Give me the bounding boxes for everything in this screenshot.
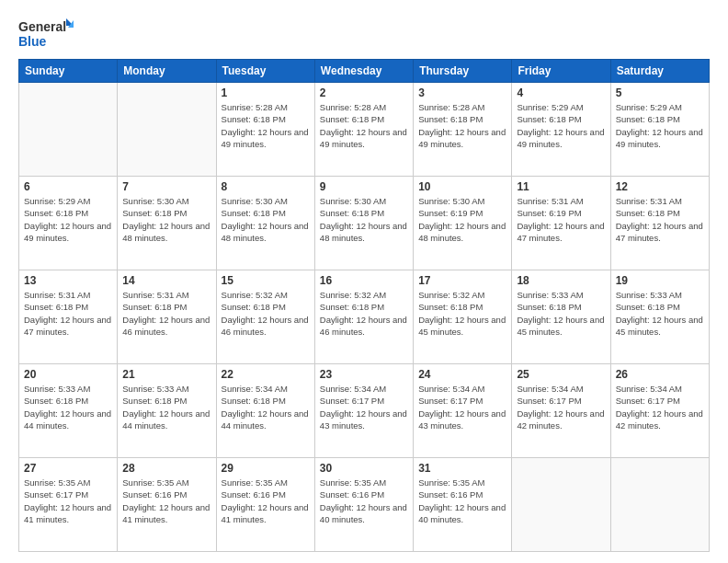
day-info: Sunrise: 5:33 AM Sunset: 6:18 PM Dayligh… (616, 289, 704, 338)
calendar-cell: 15Sunrise: 5:32 AM Sunset: 6:18 PM Dayli… (216, 270, 314, 364)
calendar-cell: 2Sunrise: 5:28 AM Sunset: 6:18 PM Daylig… (314, 83, 413, 177)
day-number: 23 (320, 368, 408, 381)
day-info: Sunrise: 5:34 AM Sunset: 6:17 PM Dayligh… (616, 383, 704, 431)
day-number: 7 (122, 180, 210, 193)
day-number: 21 (122, 368, 210, 381)
header: General Blue (18, 17, 710, 52)
weekday-tuesday: Tuesday (216, 60, 314, 83)
day-number: 17 (418, 274, 506, 287)
day-info: Sunrise: 5:33 AM Sunset: 6:18 PM Dayligh… (24, 383, 112, 431)
week-row-5: 27Sunrise: 5:35 AM Sunset: 6:17 PM Dayli… (19, 458, 710, 552)
day-info: Sunrise: 5:34 AM Sunset: 6:18 PM Dayligh… (222, 383, 310, 431)
day-info: Sunrise: 5:28 AM Sunset: 6:18 PM Dayligh… (222, 101, 310, 150)
day-number: 8 (222, 180, 310, 193)
day-number: 29 (222, 462, 310, 475)
logo-svg: General Blue (18, 17, 74, 52)
day-number: 26 (616, 368, 704, 381)
day-info: Sunrise: 5:28 AM Sunset: 6:18 PM Dayligh… (320, 101, 408, 150)
calendar-cell: 25Sunrise: 5:34 AM Sunset: 6:17 PM Dayli… (512, 364, 610, 458)
weekday-saturday: Saturday (610, 60, 709, 83)
calendar-cell: 11Sunrise: 5:31 AM Sunset: 6:19 PM Dayli… (512, 177, 610, 270)
day-info: Sunrise: 5:33 AM Sunset: 6:18 PM Dayligh… (122, 383, 210, 431)
day-info: Sunrise: 5:31 AM Sunset: 6:18 PM Dayligh… (122, 289, 210, 338)
day-info: Sunrise: 5:35 AM Sunset: 6:16 PM Dayligh… (418, 477, 506, 525)
calendar-cell: 14Sunrise: 5:31 AM Sunset: 6:18 PM Dayli… (118, 270, 216, 364)
calendar-cell: 22Sunrise: 5:34 AM Sunset: 6:18 PM Dayli… (216, 364, 314, 458)
calendar-cell: 24Sunrise: 5:34 AM Sunset: 6:17 PM Dayli… (414, 364, 512, 458)
calendar-cell: 28Sunrise: 5:35 AM Sunset: 6:16 PM Dayli… (118, 458, 216, 552)
day-number: 3 (418, 86, 506, 99)
calendar-cell (610, 458, 709, 552)
calendar-cell: 6Sunrise: 5:29 AM Sunset: 6:18 PM Daylig… (19, 177, 118, 270)
calendar-cell: 18Sunrise: 5:33 AM Sunset: 6:18 PM Dayli… (512, 270, 610, 364)
week-row-2: 6Sunrise: 5:29 AM Sunset: 6:18 PM Daylig… (19, 177, 710, 270)
calendar-cell: 27Sunrise: 5:35 AM Sunset: 6:17 PM Dayli… (19, 458, 118, 552)
day-number: 14 (122, 274, 210, 287)
calendar-cell: 12Sunrise: 5:31 AM Sunset: 6:18 PM Dayli… (610, 177, 709, 270)
day-info: Sunrise: 5:35 AM Sunset: 6:16 PM Dayligh… (122, 477, 210, 525)
calendar-cell: 7Sunrise: 5:30 AM Sunset: 6:18 PM Daylig… (118, 177, 216, 270)
day-number: 19 (616, 274, 704, 287)
calendar-cell: 31Sunrise: 5:35 AM Sunset: 6:16 PM Dayli… (414, 458, 512, 552)
weekday-thursday: Thursday (414, 60, 512, 83)
calendar-cell: 13Sunrise: 5:31 AM Sunset: 6:18 PM Dayli… (19, 270, 118, 364)
day-number: 27 (24, 462, 112, 475)
day-number: 28 (122, 462, 210, 475)
day-number: 15 (222, 274, 310, 287)
calendar-cell: 20Sunrise: 5:33 AM Sunset: 6:18 PM Dayli… (19, 364, 118, 458)
day-number: 10 (418, 180, 506, 193)
day-info: Sunrise: 5:34 AM Sunset: 6:17 PM Dayligh… (517, 383, 605, 431)
day-number: 16 (320, 274, 408, 287)
day-number: 1 (222, 86, 310, 99)
day-info: Sunrise: 5:31 AM Sunset: 6:18 PM Dayligh… (616, 195, 704, 244)
calendar-table: SundayMondayTuesdayWednesdayThursdayFrid… (18, 59, 710, 552)
calendar-cell: 3Sunrise: 5:28 AM Sunset: 6:18 PM Daylig… (414, 83, 512, 177)
day-number: 6 (24, 180, 112, 193)
day-number: 20 (24, 368, 112, 381)
calendar-cell (512, 458, 610, 552)
day-info: Sunrise: 5:29 AM Sunset: 6:18 PM Dayligh… (24, 195, 112, 244)
calendar-cell (118, 83, 216, 177)
week-row-4: 20Sunrise: 5:33 AM Sunset: 6:18 PM Dayli… (19, 364, 710, 458)
calendar-cell: 4Sunrise: 5:29 AM Sunset: 6:18 PM Daylig… (512, 83, 610, 177)
day-info: Sunrise: 5:31 AM Sunset: 6:18 PM Dayligh… (24, 289, 112, 338)
week-row-1: 1Sunrise: 5:28 AM Sunset: 6:18 PM Daylig… (19, 83, 710, 177)
day-info: Sunrise: 5:31 AM Sunset: 6:19 PM Dayligh… (517, 195, 605, 244)
day-number: 5 (616, 86, 704, 99)
calendar-cell: 8Sunrise: 5:30 AM Sunset: 6:18 PM Daylig… (216, 177, 314, 270)
calendar-cell (19, 83, 118, 177)
calendar-cell: 5Sunrise: 5:29 AM Sunset: 6:18 PM Daylig… (610, 83, 709, 177)
day-number: 2 (320, 86, 408, 99)
calendar-cell: 16Sunrise: 5:32 AM Sunset: 6:18 PM Dayli… (314, 270, 413, 364)
svg-text:Blue: Blue (18, 34, 47, 49)
day-info: Sunrise: 5:32 AM Sunset: 6:18 PM Dayligh… (222, 289, 310, 338)
day-number: 18 (517, 274, 605, 287)
weekday-monday: Monday (118, 60, 216, 83)
calendar-cell: 29Sunrise: 5:35 AM Sunset: 6:16 PM Dayli… (216, 458, 314, 552)
day-number: 30 (320, 462, 408, 475)
day-number: 25 (517, 368, 605, 381)
day-info: Sunrise: 5:34 AM Sunset: 6:17 PM Dayligh… (320, 383, 408, 431)
day-number: 22 (222, 368, 310, 381)
weekday-header-row: SundayMondayTuesdayWednesdayThursdayFrid… (19, 60, 710, 83)
calendar-cell: 26Sunrise: 5:34 AM Sunset: 6:17 PM Dayli… (610, 364, 709, 458)
day-info: Sunrise: 5:32 AM Sunset: 6:18 PM Dayligh… (418, 289, 506, 338)
calendar-cell: 9Sunrise: 5:30 AM Sunset: 6:18 PM Daylig… (314, 177, 413, 270)
weekday-friday: Friday (512, 60, 610, 83)
svg-text:General: General (18, 19, 66, 34)
day-info: Sunrise: 5:33 AM Sunset: 6:18 PM Dayligh… (517, 289, 605, 338)
calendar-cell: 30Sunrise: 5:35 AM Sunset: 6:16 PM Dayli… (314, 458, 413, 552)
day-number: 31 (418, 462, 506, 475)
day-number: 4 (517, 86, 605, 99)
day-info: Sunrise: 5:30 AM Sunset: 6:18 PM Dayligh… (320, 195, 408, 244)
day-info: Sunrise: 5:35 AM Sunset: 6:17 PM Dayligh… (24, 477, 112, 525)
calendar-cell: 23Sunrise: 5:34 AM Sunset: 6:17 PM Dayli… (314, 364, 413, 458)
day-info: Sunrise: 5:30 AM Sunset: 6:18 PM Dayligh… (222, 195, 310, 244)
day-info: Sunrise: 5:34 AM Sunset: 6:17 PM Dayligh… (418, 383, 506, 431)
day-number: 11 (517, 180, 605, 193)
day-info: Sunrise: 5:30 AM Sunset: 6:19 PM Dayligh… (418, 195, 506, 244)
day-info: Sunrise: 5:35 AM Sunset: 6:16 PM Dayligh… (222, 477, 310, 525)
logo: General Blue (18, 17, 74, 52)
day-number: 13 (24, 274, 112, 287)
calendar-cell: 10Sunrise: 5:30 AM Sunset: 6:19 PM Dayli… (414, 177, 512, 270)
